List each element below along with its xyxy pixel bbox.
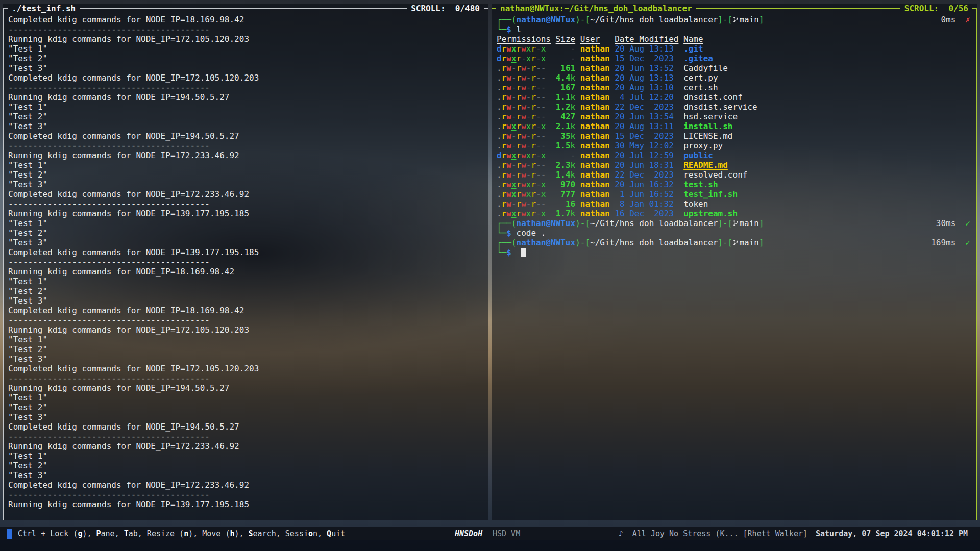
left-pane-title: ./test_inf.sh xyxy=(8,4,80,13)
right-pane-titlebar: nathan@NWTux:~/Git/hns_doh_loadbalancer … xyxy=(492,4,977,12)
git-branch-icon xyxy=(732,239,739,246)
left-pane-output: Completed kdig commands for NODE_IP=18.1… xyxy=(3,12,488,520)
file-row: .rw-rw-r-- 35k nathan 15 Dec 2023 LICENS… xyxy=(497,131,970,141)
file-row: .rw-rw-r-- 167 nathan 20 Aug 13:10 cert.… xyxy=(497,83,970,92)
file-row: .rw-rw-r-- 427 nathan 20 Jun 13:54 hsd.s… xyxy=(497,112,970,121)
git-branch-icon xyxy=(732,16,739,23)
pane-border-line xyxy=(696,8,900,9)
session-name: HNSDoH xyxy=(455,529,482,538)
prefix-indicator xyxy=(7,529,12,539)
terminal-cursor xyxy=(521,248,526,257)
prompt-block-2: ┌──(nathan@NWTux)-[~/Git/hns_doh_loadbal… xyxy=(497,218,970,238)
shell-terminal[interactable]: ┌──(nathan@NWTux)-[~/Git/hns_doh_loadbal… xyxy=(492,12,977,520)
pane-shell[interactable]: nathan@NWTux:~/Git/hns_doh_loadbalancer … xyxy=(492,4,977,520)
file-row: .rw-rw-r-- 2.3k nathan 20 Jun 18:31 READ… xyxy=(497,160,970,170)
file-row: .rw-rw-r-- 1.1k nathan 4 Jul 12:20 dnsdi… xyxy=(497,92,970,102)
right-pane-title: nathan@NWTux:~/Git/hns_doh_loadbalancer xyxy=(496,4,696,13)
tmux-status-bar: Ctrl + Lock (g), Pane, Tab, Resize (n), … xyxy=(0,527,980,540)
file-row: drwxrwxr-x - nathan 20 Jul 12:59 public xyxy=(497,151,970,160)
left-scroll-indicator: SCROLL: 0/480 xyxy=(407,4,484,13)
file-listing: Permissions Size User Date Modified Name… xyxy=(497,34,970,218)
pane-border-corner xyxy=(3,8,8,16)
file-row: .rwxrwxr-x 970 nathan 20 Jun 16:32 test.… xyxy=(497,180,970,189)
prompt-block-1: ┌──(nathan@NWTux)-[~/Git/hns_doh_loadbal… xyxy=(497,15,970,34)
git-branch-icon xyxy=(732,219,739,227)
prompt-block-3: ┌──(nathan@NWTux)-[~/Git/hns_doh_loadbal… xyxy=(497,238,970,257)
right-scroll-indicator: SCROLL: 0/56 xyxy=(900,4,972,13)
listing-header: Permissions Size User Date Modified Name xyxy=(497,34,970,44)
file-row: .rw-rw-r-- 1.4k nathan 22 Dec 2023 resol… xyxy=(497,170,970,180)
file-row: .rwxrwxr-x 1.7k nathan 16 Dec 2023 upstr… xyxy=(497,209,970,218)
music-note-icon: ♪ xyxy=(619,529,623,538)
file-row: .rw-rw-r-- 161 nathan 20 Jun 13:52 Caddy… xyxy=(497,63,970,73)
pane-test-inf-script[interactable]: ./test_inf.sh SCROLL: 0/480 Completed kd… xyxy=(3,4,488,520)
file-row: drwxr-xr-x - nathan 15 Dec 2023 .gitea xyxy=(497,54,970,63)
clock: Saturday, 07 Sep 2024 04:01:12 PM xyxy=(816,529,968,538)
file-row: .rw-rw-r-- 16 nathan 8 Jan 01:32 token xyxy=(497,199,970,209)
now-playing: ♪ All Joy No Stress (K... [Rhett Walker] xyxy=(619,529,807,538)
file-row: .rw-rw-r-- 1.2k nathan 22 Dec 2023 dnsdi… xyxy=(497,102,970,112)
host-label: HSD VM xyxy=(493,529,520,538)
pane-border-corner xyxy=(492,8,496,16)
pane-border-line xyxy=(80,8,407,9)
listing-rows: drwxrwxr-x - nathan 20 Aug 13:13 .gitdrw… xyxy=(497,44,970,218)
file-row: .rw-rw-r-- 4.4k nathan 20 Aug 13:13 cert… xyxy=(497,73,970,83)
left-pane-titlebar: ./test_inf.sh SCROLL: 0/480 xyxy=(3,4,488,12)
file-row: .rwxrwxr-x 2.1k nathan 20 Aug 13:11 inst… xyxy=(497,121,970,131)
file-row: drwxrwxr-x - nathan 20 Aug 13:13 .git xyxy=(497,44,970,54)
bottom-strip xyxy=(0,540,980,551)
file-row: .rw-rw-r-- 1.5k nathan 30 May 12:02 prox… xyxy=(497,141,970,151)
pane-border-corner xyxy=(484,8,488,16)
pane-border-corner xyxy=(972,8,977,16)
keybindings: Ctrl + Lock (g), Pane, Tab, Resize (n), … xyxy=(18,529,345,538)
file-row: .rwxrwxr-x 777 nathan 1 Jun 16:52 test_i… xyxy=(497,189,970,199)
